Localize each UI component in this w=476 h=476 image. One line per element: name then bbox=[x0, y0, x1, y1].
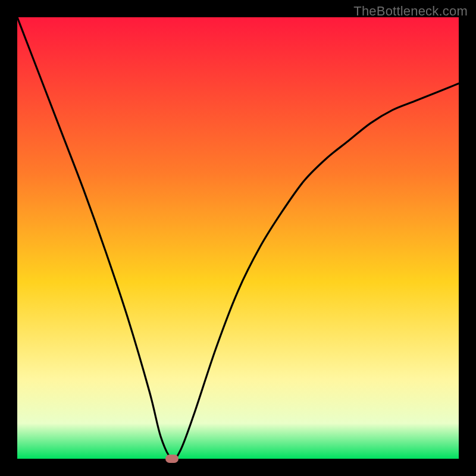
optimum-marker bbox=[165, 455, 178, 463]
gradient-background bbox=[17, 17, 459, 459]
plot-area bbox=[17, 17, 459, 459]
watermark-text: TheBottleneck.com bbox=[353, 4, 468, 19]
chart-svg bbox=[17, 17, 459, 459]
